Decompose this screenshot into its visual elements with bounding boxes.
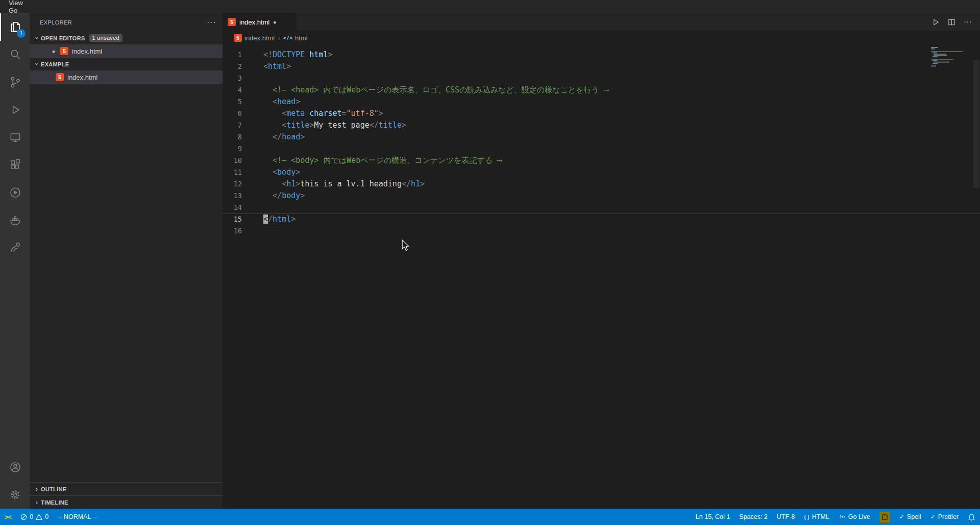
open-editors-section-header[interactable]: › OPEN EDITORS 1 unsaved xyxy=(30,32,223,44)
explorer-badge: 1 xyxy=(17,29,26,38)
code-line-13[interactable]: 13 </body> xyxy=(223,190,980,202)
remote-indicator[interactable]: >< xyxy=(0,509,16,525)
code-line-4[interactable]: 4 <!— <head> 内ではWebページの表示名、ロゴ、CSSの読み込みなど… xyxy=(223,84,980,96)
code-line-10[interactable]: 10 <!— <body> 内ではWebページの構造、コンテンツを表記する ⟶ xyxy=(223,155,980,166)
code-line-2[interactable]: 2<html> xyxy=(223,61,980,73)
tab-label: index.html xyxy=(239,18,270,26)
tab-bar: 5 index.html ● ··· xyxy=(223,13,980,31)
html-file-icon: 5 xyxy=(56,73,64,81)
problems-indicator[interactable]: 0 0 xyxy=(16,509,53,525)
status-extension-icon[interactable] xyxy=(875,509,895,525)
run-debug-icon[interactable] xyxy=(0,96,30,124)
account-icon[interactable] xyxy=(0,454,30,481)
source-control-icon[interactable] xyxy=(0,68,30,96)
line-number: 8 xyxy=(223,131,254,143)
code-line-1[interactable]: 1<!DOCTYPE html> xyxy=(223,49,980,61)
open-editors-label: OPEN EDITORS xyxy=(41,35,85,41)
extension-square-icon xyxy=(879,512,890,522)
chevron-right-icon: › xyxy=(33,485,41,493)
code-line-6[interactable]: 6 <meta charset="utf-8"> xyxy=(223,108,980,120)
code-line-12[interactable]: 12 <h1>this is a lv.1 heading</h1> xyxy=(223,178,980,190)
line-number: 9 xyxy=(223,143,254,155)
breadcrumb-symbol[interactable]: </> html xyxy=(283,34,308,42)
code-line-7[interactable]: 7 <title>My test page</title> xyxy=(223,120,980,131)
open-editor-item-index-html[interactable]: ● 5 index.html xyxy=(30,44,223,58)
split-editor-button[interactable] xyxy=(948,18,955,26)
html-file-icon: 5 xyxy=(234,34,242,42)
language-mode[interactable]: { } HTML xyxy=(799,509,834,525)
cursor-position[interactable]: Ln 15, Col 1 xyxy=(691,509,734,525)
timeline-label: TIMELINE xyxy=(41,499,68,506)
code-line-5[interactable]: 5 <head> xyxy=(223,96,980,108)
line-number: 10 xyxy=(223,155,254,166)
status-bar: >< 0 0 -- NORMAL -- Ln 15, Col 1 Spaces:… xyxy=(0,509,980,525)
file-item-label: index.html xyxy=(67,74,97,81)
code-line-3[interactable]: 3 xyxy=(223,73,980,84)
line-number: 7 xyxy=(223,120,254,131)
unsaved-badge: 1 unsaved xyxy=(89,34,122,42)
notifications-bell[interactable] xyxy=(963,509,980,525)
line-number: 13 xyxy=(223,190,254,202)
breadcrumb-file[interactable]: 5 index.html xyxy=(234,34,275,42)
more-actions-icon[interactable]: ··· xyxy=(207,18,216,27)
code-line-9[interactable]: 9 xyxy=(223,143,980,155)
line-number: 6 xyxy=(223,108,254,120)
more-actions-icon[interactable]: ··· xyxy=(964,17,972,27)
file-item-index-html[interactable]: 5 index.html xyxy=(30,70,223,84)
chevron-right-icon: › xyxy=(278,34,280,42)
prettier-status[interactable]: ✓ Prettier xyxy=(926,509,963,525)
html-file-icon: 5 xyxy=(228,18,236,26)
outline-section-header[interactable]: › OUTLINE xyxy=(30,482,223,495)
search-icon[interactable] xyxy=(0,41,30,68)
indentation[interactable]: Spaces: 2 xyxy=(734,509,772,525)
html-file-icon: 5 xyxy=(60,47,68,55)
folder-section-header-example[interactable]: › EXAMPLE xyxy=(30,58,223,70)
code-line-8[interactable]: 8 </head> xyxy=(223,131,980,143)
broadcast-icon xyxy=(839,513,846,520)
html-symbol-icon: </> xyxy=(283,35,292,41)
text-cursor: < xyxy=(263,214,268,224)
spell-checker[interactable]: ✓ Spell xyxy=(895,509,926,525)
live-share-icon[interactable] xyxy=(0,234,30,261)
encoding[interactable]: UTF-8 xyxy=(772,509,799,525)
settings-gear-icon[interactable] xyxy=(0,481,30,509)
sidebar-title: EXPLORER xyxy=(40,19,72,26)
line-number: 4 xyxy=(223,84,254,96)
vscode-window: FileEditSelectionViewGoRunTerminalHelp 1 xyxy=(0,0,980,525)
editor-scrollbar[interactable] xyxy=(973,60,979,188)
tab-index-html[interactable]: 5 index.html ● xyxy=(223,13,297,31)
chevron-down-icon: › xyxy=(33,34,41,42)
docker-icon[interactable] xyxy=(0,206,30,234)
line-number: 2 xyxy=(223,61,254,73)
code-line-11[interactable]: 11 <body> xyxy=(223,166,980,178)
line-number: 5 xyxy=(223,96,254,108)
line-number: 15 xyxy=(223,214,254,225)
go-live-button[interactable]: Go Live xyxy=(834,509,875,525)
breadcrumb: 5 index.html › </> html xyxy=(223,31,980,45)
modified-dot-icon: ● xyxy=(273,19,276,25)
explorer-icon[interactable]: 1 xyxy=(0,13,30,41)
timeline-section-header[interactable]: › TIMELINE xyxy=(30,495,223,509)
open-editor-file-label: index.html xyxy=(72,47,102,55)
menu-view[interactable]: View xyxy=(4,0,40,7)
line-number: 1 xyxy=(223,49,254,61)
chevron-down-icon: › xyxy=(33,60,41,68)
line-number: 3 xyxy=(223,73,254,84)
sidebar-explorer: EXPLORER ··· › OPEN EDITORS 1 unsaved ● … xyxy=(30,13,223,509)
chevron-right-icon: › xyxy=(33,498,41,506)
vim-mode-indicator: -- NORMAL -- xyxy=(53,509,102,525)
minimap[interactable] xyxy=(931,47,971,73)
braces-icon: { } xyxy=(804,514,809,520)
run-circle-icon[interactable] xyxy=(0,179,30,206)
code-line-15[interactable]: 15</html> xyxy=(223,213,980,225)
remote-icon: >< xyxy=(5,513,11,521)
extensions-icon[interactable] xyxy=(0,151,30,179)
remote-explorer-icon[interactable] xyxy=(0,124,30,151)
code-line-14[interactable]: 14 xyxy=(223,202,980,213)
line-number: 14 xyxy=(223,202,254,213)
error-icon xyxy=(20,514,27,520)
run-file-button[interactable] xyxy=(932,18,940,26)
code-line-16[interactable]: 16 xyxy=(223,225,980,237)
code-editor[interactable]: 1<!DOCTYPE html>2<html>34 <!— <head> 内では… xyxy=(223,45,980,509)
bell-icon xyxy=(968,513,975,521)
